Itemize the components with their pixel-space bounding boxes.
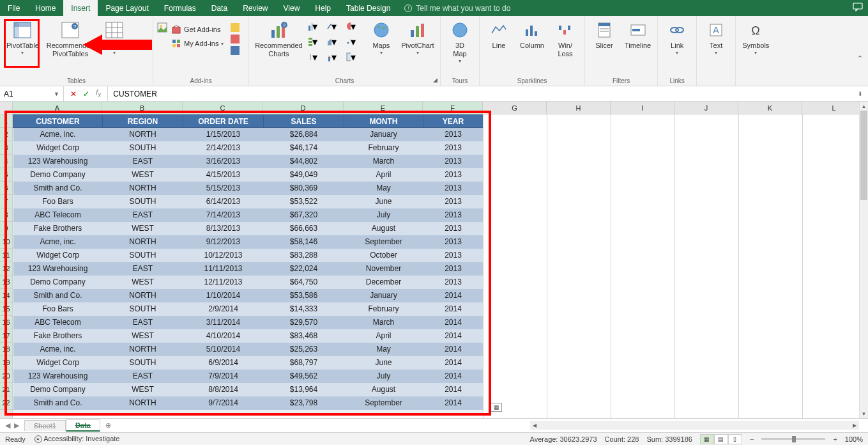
table-row[interactable]: Widget CorpSOUTH10/12/2013$83,288October… [13,249,483,262]
table-row[interactable]: Foo BarsSOUTH2/9/2014$14,333February2014 [13,302,483,316]
table-cell[interactable]: April [344,168,423,182]
table-row[interactable]: ABC TelecomEAST7/14/2013$67,320July2013 [13,208,483,222]
tell-me-search[interactable]: ! Tell me what you want to do [398,0,517,16]
row-header[interactable]: 1 [0,114,12,128]
page-break-view-button[interactable]: ▯ [728,434,742,444]
table-cell[interactable]: 2014 [423,370,483,383]
row-header[interactable]: 21 [0,383,12,396]
table-cell[interactable]: EAST [103,155,183,168]
table-cell[interactable]: $64,750 [264,276,344,289]
illustrations-icon[interactable] [157,22,167,33]
table-cell[interactable]: 7/14/2013 [183,208,264,222]
table-row[interactable]: Smith and Co.NORTH5/15/2013$80,369May201… [13,182,483,195]
table-cell[interactable]: 3/11/2014 [183,316,264,329]
people-graph-icon[interactable] [230,34,240,44]
table-cell[interactable]: NORTH [103,128,183,141]
table-cell[interactable]: 2014 [423,343,483,356]
table-cell[interactable]: 5/10/2014 [183,343,264,356]
table-cell[interactable]: 6/9/2014 [183,356,264,370]
sparkline-winloss-button[interactable]: Win/ Loss [550,19,581,59]
accessibility-status[interactable]: ✶ Accessibility: Investigate [34,435,120,444]
table-cell[interactable]: 2014 [423,396,483,410]
vertical-scrollbar[interactable]: ▲ ▼ [859,102,868,418]
dropdown-icon[interactable]: ▼ [54,91,59,97]
table-row[interactable]: Acme, inc.NORTH9/12/2013$58,146September… [13,235,483,249]
table-cell[interactable]: January [344,128,423,141]
scroll-thumb[interactable] [860,111,867,200]
table-cell[interactable]: 8/13/2013 [183,222,264,235]
table-cell[interactable]: June [344,356,423,370]
table-cell[interactable]: EAST [103,208,183,222]
column-headers[interactable]: ABCDEFGHIJKL [13,102,859,114]
table-cell[interactable]: 2014 [423,302,483,316]
table-cell[interactable]: Demo Company [13,276,103,289]
table-cell[interactable]: $83,468 [264,329,344,343]
table-cell[interactable]: 6/14/2013 [183,195,264,208]
row-header[interactable]: 22 [0,396,12,410]
table-cell[interactable]: October [344,249,423,262]
expand-formula-bar[interactable]: ⬇ [853,91,868,97]
table-cell[interactable]: Foo Bars [13,195,103,208]
zoom-in-button[interactable]: + [833,435,837,443]
table-cell[interactable]: 10/12/2013 [183,249,264,262]
table-cell[interactable]: $26,884 [264,128,344,141]
table-cell[interactable]: Smith and Co. [13,182,103,195]
slicer-button[interactable]: Slicer [589,19,620,51]
tab-tabledesign[interactable]: Table Design [339,0,398,16]
table-cell[interactable]: EAST [103,262,183,276]
table-row[interactable]: Demo CompanyWEST4/15/2013$49,049April201… [13,168,483,182]
table-cell[interactable]: Widget Corp [13,249,103,262]
scatter-chart-icon[interactable]: ▾ [346,36,356,47]
table-cell[interactable]: $13,964 [264,383,344,396]
table-cell[interactable]: Fake Brothers [13,329,103,343]
row-header[interactable]: 15 [0,302,12,316]
table-cell[interactable]: August [344,222,423,235]
table-button[interactable]: s ▾ [99,19,130,58]
collapse-ribbon-button[interactable]: ⌃ [857,54,863,63]
table-cell[interactable]: ABC Telecom [13,208,103,222]
table-cell[interactable]: NORTH [103,235,183,249]
table-row[interactable]: Foo BarsSOUTH6/14/2013$53,522June2013 [13,195,483,208]
column-header[interactable]: E [344,102,423,114]
table-cell[interactable]: Widget Corp [13,141,103,155]
table-cell[interactable]: $44,802 [264,155,344,168]
table-cell[interactable]: $46,174 [264,141,344,155]
table-cell[interactable]: 123 Warehousing [13,155,103,168]
row-header[interactable]: 9 [0,222,12,235]
column-header[interactable]: H [547,102,611,114]
column-chart-icon[interactable]: ▾ [307,21,317,31]
3d-map-button[interactable]: 3D Map▾ [445,19,475,66]
zoom-thumb[interactable] [792,436,796,442]
table-cell[interactable]: $83,288 [264,249,344,262]
horizontal-scrollbar[interactable]: ◀ ▶ [530,421,859,430]
table-cell[interactable]: 2013 [423,249,483,262]
table-header[interactable]: REGION [103,115,183,128]
table-cell[interactable]: 8/8/2014 [183,383,264,396]
table-cell[interactable]: $14,333 [264,302,344,316]
normal-view-button[interactable]: ▦ [700,434,714,444]
table-cell[interactable]: ABC Telecom [13,316,103,329]
table-cell[interactable]: NORTH [103,396,183,410]
table-cell[interactable]: September [344,235,423,249]
row-header[interactable]: 7 [0,195,12,208]
table-cell[interactable]: 2013 [423,182,483,195]
new-sheet-button[interactable]: ⊕ [100,421,116,430]
table-cell[interactable]: SOUTH [103,249,183,262]
table-cell[interactable]: 2013 [423,155,483,168]
table-row[interactable]: Fake BrothersWEST4/10/2014$83,468April20… [13,329,483,343]
row-header[interactable]: 2 [0,128,12,141]
symbols-button[interactable]: ΩSymbols▾ [740,19,772,58]
table-header[interactable]: YEAR [423,115,483,128]
table-row[interactable]: Widget CorpSOUTH6/9/2014$68,797June2014 [13,356,483,370]
table-cell[interactable]: Widget Corp [13,356,103,370]
table-cell[interactable]: 2013 [423,195,483,208]
bing-maps-icon[interactable] [230,22,240,33]
table-row[interactable]: Acme, inc.NORTH5/10/2014$25,263May2014 [13,343,483,356]
charts-dialog-launcher[interactable]: ◢ [433,77,438,83]
table-cell[interactable]: WEST [103,276,183,289]
table-cell[interactable]: SOUTH [103,195,183,208]
table-cell[interactable]: 7/9/2014 [183,370,264,383]
recommended-pivottables-button[interactable]: ? Recommended PivotTables [44,19,97,59]
table-cell[interactable]: EAST [103,370,183,383]
column-header[interactable]: L [802,102,866,114]
